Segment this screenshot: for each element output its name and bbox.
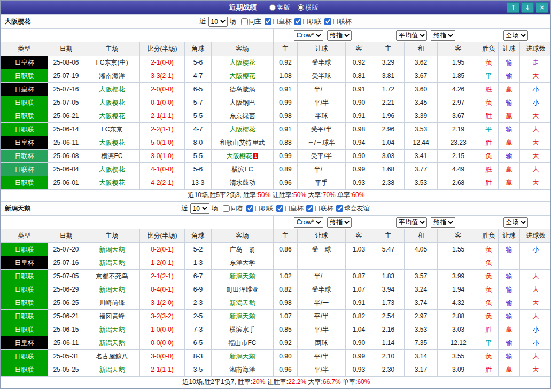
checkbox-input[interactable]	[265, 18, 271, 25]
checkbox-input[interactable]	[241, 18, 248, 25]
cell-corners: 5-5	[185, 109, 212, 123]
cell-handicap-line: 半/一	[298, 296, 346, 310]
cell-home-team: FC东京	[84, 123, 140, 136]
close-button[interactable]: ×	[536, 2, 548, 13]
cell-handicap-away-odds: 0.99	[346, 350, 372, 363]
cell-handicap-line: 半球	[298, 109, 346, 123]
filter-checkbox-同赛[interactable]: 同赛	[223, 204, 244, 213]
average-stage-select[interactable]: 终指	[431, 30, 455, 41]
average-select[interactable]: 平均值	[396, 30, 427, 41]
summary-line: 近10场,胜2平1负7, 胜率:20% 让胜率:22.2% 大率:66.7% 单…	[1, 377, 551, 388]
cell-date: 25-06-01	[48, 176, 84, 190]
average-select[interactable]: 平均值	[396, 217, 427, 228]
average-stage-select[interactable]: 终指	[431, 217, 455, 228]
checkbox-label: 日皇杯	[273, 17, 292, 26]
cell-handicap-result: 输	[499, 270, 520, 283]
cell-avg-draw-odds: 3.60	[405, 83, 438, 96]
handicap-odds-group: Crow* 终指	[274, 29, 372, 42]
cell-result: 负	[479, 56, 499, 69]
cell-avg-home-odds: 1.96	[372, 109, 405, 123]
cell-home-team: 大阪樱花	[84, 136, 140, 150]
filter-checkbox-日联杯[interactable]: 日联杯	[306, 204, 333, 213]
checkbox-input[interactable]	[276, 205, 283, 212]
cell-corners: 1-3	[185, 256, 212, 270]
checkbox-input[interactable]	[324, 18, 331, 25]
layout-radio-horizontal[interactable]: 横版	[298, 3, 319, 12]
summary-value: 20%	[252, 378, 265, 386]
cell-result: 负	[479, 243, 499, 256]
cell-score: 3-3(2-1)	[140, 69, 185, 83]
filter-checkbox-球会友谊[interactable]: 球会友谊	[336, 204, 370, 213]
cell-result: 负	[479, 270, 499, 283]
cell-league: 日职联	[1, 243, 48, 256]
column-header: 胜负	[479, 42, 499, 56]
recent-count-select[interactable]: 10	[208, 17, 228, 27]
cell-home-team: 大阪樱花	[84, 109, 140, 123]
filter-checkbox-日职联[interactable]: 日职联	[246, 204, 274, 213]
cell-result: 负	[479, 350, 499, 363]
column-header: 让球	[298, 229, 346, 243]
cell-corners: 8-0	[185, 136, 212, 150]
cell-score: 1-0(0-0)	[140, 323, 185, 336]
handicap-stage-select[interactable]: 终指	[327, 30, 352, 41]
header-spacer	[1, 29, 274, 42]
filter-bar: 近 10 场 同赛日职联日皇杯日联杯球会友谊	[182, 203, 370, 214]
recent-count-select[interactable]: 10	[190, 203, 209, 214]
recent-label: 近	[182, 204, 188, 213]
handicap-stage-select[interactable]: 终指	[327, 217, 352, 228]
bookmaker-select[interactable]: Crow*	[294, 30, 323, 41]
horizontal-radio-input[interactable]	[298, 4, 304, 11]
filter-checkbox-日皇杯[interactable]: 日皇杯	[265, 17, 292, 26]
cell-goals-result: 小	[520, 83, 551, 96]
cell-result: 负	[479, 310, 499, 323]
checkbox-input[interactable]	[223, 205, 230, 212]
filter-checkbox-日联杯[interactable]: 日联杯	[324, 17, 352, 26]
cell-home-team: 川崎前锋	[84, 296, 140, 310]
cell-away-team: 新潟天鹅	[212, 350, 274, 363]
cell-handicap-result: 赢	[499, 109, 520, 123]
scope-select[interactable]: 全场	[503, 217, 528, 228]
cell-score: 0-0(0-0)	[140, 336, 185, 350]
filter-checkbox-日职联[interactable]: 日职联	[294, 17, 322, 26]
match-row: 日联杯25-06-04大阪樱花4-1(0-0)5-6横滨FC0.89半/一0.9…	[1, 163, 551, 176]
cell-avg-draw-odds: 3.62	[405, 56, 438, 69]
cell-avg-home-odds: 2.54	[372, 310, 405, 323]
cell-avg-home-odds: 1.68	[372, 163, 405, 176]
summary-value: 60%	[352, 191, 364, 199]
filter-checkbox-同主[interactable]: 同主	[241, 17, 262, 26]
cell-handicap-result: 输	[499, 96, 520, 109]
cell-league: 日皇杯	[1, 336, 48, 350]
scope-select[interactable]: 全场	[503, 30, 528, 41]
summary-label: 单率:	[336, 191, 352, 199]
cell-goals-result: 大	[520, 150, 551, 163]
cell-goals-result: 大	[520, 163, 551, 176]
cell-handicap-result: 输	[499, 296, 520, 310]
layout-radio-vertical[interactable]: 竖版	[269, 3, 290, 12]
move-down-button[interactable]: ↓	[521, 2, 534, 13]
filter-bar: 近 10 场 同主日皇杯日职联日联杯	[200, 17, 352, 27]
checkbox-input[interactable]	[246, 205, 253, 212]
bookmaker-select[interactable]: Crow*	[294, 217, 323, 228]
cell-avg-home-odds: 3.94	[372, 283, 405, 296]
column-header: 比分(半场)	[140, 42, 185, 56]
cell-handicap-line: 受一球	[298, 243, 346, 256]
summary-value: 50%	[293, 191, 306, 199]
cell-goals-result: 大	[520, 69, 551, 83]
cell-goals-result: 小	[520, 96, 551, 109]
checkbox-input[interactable]	[306, 205, 313, 212]
cell-avg-home-odds: 2.30	[372, 363, 405, 377]
filter-checkbox-日皇杯[interactable]: 日皇杯	[276, 204, 304, 213]
move-up-button[interactable]: ↑	[507, 2, 519, 13]
cell-date: 25-07-20	[48, 243, 84, 256]
filter-checkboxes: 同主日皇杯日职联日联杯	[238, 17, 352, 27]
vertical-radio-input[interactable]	[269, 4, 276, 11]
checkbox-label: 日职联	[302, 17, 322, 26]
cell-handicap-line: 平手	[298, 176, 346, 190]
cell-avg-away-odds: 3.99	[438, 270, 479, 283]
checkbox-input[interactable]	[336, 205, 343, 212]
cell-handicap-result: 输	[499, 56, 520, 69]
cell-result: 胜	[479, 136, 499, 150]
cell-avg-home-odds: 1.83	[372, 270, 405, 283]
checkbox-input[interactable]	[294, 18, 301, 25]
cell-goals-result	[520, 256, 551, 270]
